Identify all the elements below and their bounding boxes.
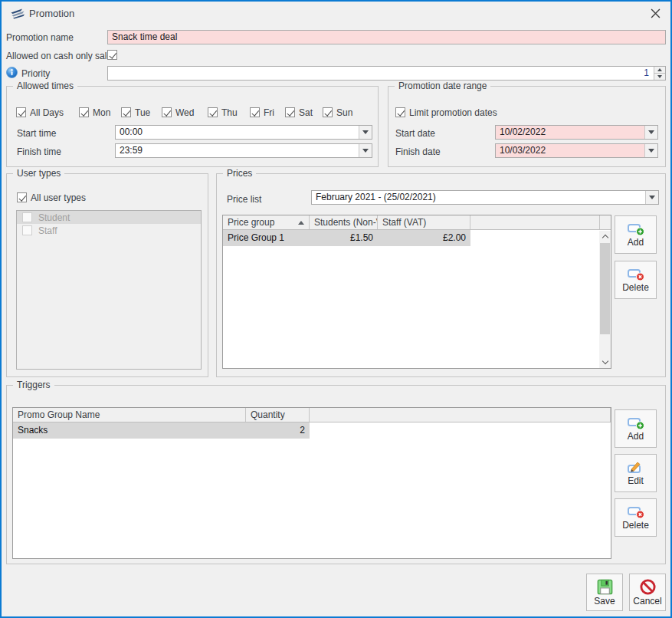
- prices-grid: Price group Students (Non-V... Staff (VA…: [222, 215, 611, 369]
- day-label: Sun: [336, 107, 352, 118]
- all-user-types-checkbox[interactable]: All user types: [17, 192, 86, 203]
- delete-icon: [627, 267, 645, 281]
- list-item-label: Student: [38, 212, 70, 223]
- app-logo-icon: [9, 7, 26, 20]
- day-sat-checkbox[interactable]: Sat: [285, 107, 313, 118]
- vertical-scrollbar[interactable]: [599, 231, 611, 368]
- checkbox-icon: [162, 107, 172, 117]
- cell-students-price: £1.50: [310, 230, 378, 246]
- day-thu-checkbox[interactable]: Thu: [208, 107, 238, 118]
- scroll-down-button[interactable]: [599, 357, 611, 368]
- promotion-name-label: Promotion name: [6, 32, 74, 43]
- checkbox-icon: [250, 107, 260, 117]
- finish-time-combo[interactable]: 23:59: [115, 143, 372, 158]
- cell-price-group: Price Group 1: [223, 230, 310, 246]
- list-item-student[interactable]: Student: [17, 211, 201, 224]
- sort-ascending-icon: [298, 221, 304, 225]
- priority-spinner: [654, 67, 665, 80]
- column-header-students[interactable]: Students (Non-V...: [310, 215, 378, 229]
- price-list-combo[interactable]: February 2021 - (25/02/2021): [311, 190, 659, 205]
- checkbox-icon: [323, 107, 333, 117]
- day-label: Wed: [175, 107, 194, 118]
- allowed-times-title: Allowed times: [13, 81, 77, 92]
- start-date-dropdown-button[interactable]: [644, 126, 657, 139]
- day-label: All Days: [30, 107, 64, 118]
- priority-input[interactable]: 1: [107, 66, 666, 81]
- table-row[interactable]: Price Group 1 £1.50 £2.00: [223, 230, 470, 246]
- delete-icon: [627, 505, 645, 519]
- list-item-staff[interactable]: Staff: [17, 224, 201, 237]
- start-time-combo[interactable]: 00:00: [115, 125, 372, 140]
- column-header-quantity[interactable]: Quantity: [246, 408, 310, 422]
- checkbox-icon: [395, 107, 405, 117]
- finish-time-dropdown-button[interactable]: [359, 144, 372, 157]
- spin-up-button[interactable]: [654, 67, 665, 74]
- button-label: Save: [594, 596, 615, 606]
- spin-down-button[interactable]: [654, 74, 665, 80]
- prices-add-button[interactable]: Add: [615, 215, 657, 254]
- column-header-promo-group-name[interactable]: Promo Group Name: [13, 408, 246, 422]
- chevron-down-icon: [602, 358, 608, 364]
- day-sun-checkbox[interactable]: Sun: [323, 107, 352, 118]
- cell-staff-price: £2.00: [378, 230, 470, 246]
- limit-promotion-dates-checkbox[interactable]: Limit promotion dates: [395, 107, 497, 118]
- list-item-label: Staff: [38, 225, 57, 236]
- close-button[interactable]: [646, 5, 664, 21]
- prices-title: Prices: [223, 168, 256, 179]
- limit-promotion-dates-label: Limit promotion dates: [409, 107, 497, 118]
- all-user-types-label: All user types: [31, 192, 86, 203]
- day-tue-checkbox[interactable]: Tue: [121, 107, 150, 118]
- column-header-empty: [470, 215, 600, 229]
- date-range-title: Promotion date range: [395, 81, 490, 92]
- promotion-name-input[interactable]: Snack time deal: [107, 30, 666, 44]
- cancel-button[interactable]: Cancel: [629, 574, 666, 611]
- close-icon: [651, 8, 661, 18]
- info-icon: [6, 67, 18, 78]
- start-date-label: Start date: [395, 128, 435, 139]
- triggers-edit-button[interactable]: Edit: [615, 454, 657, 492]
- day-label: Thu: [221, 107, 238, 118]
- column-header-price-group[interactable]: Price group: [223, 215, 310, 229]
- priority-value: 1: [108, 67, 653, 80]
- column-header-staff[interactable]: Staff (VAT): [378, 215, 470, 229]
- add-icon: [627, 416, 645, 430]
- cancel-icon: [639, 578, 657, 596]
- start-time-label: Start time: [17, 128, 56, 139]
- price-list-dropdown-button[interactable]: [645, 191, 658, 204]
- checkbox-icon: [208, 107, 218, 117]
- day-fri-checkbox[interactable]: Fri: [250, 107, 274, 118]
- start-time-value: 00:00: [116, 126, 358, 139]
- save-button[interactable]: Save: [586, 574, 623, 611]
- triggers-delete-button[interactable]: Delete: [615, 498, 657, 537]
- day-wed-checkbox[interactable]: Wed: [162, 107, 194, 118]
- finish-date-dropdown-button[interactable]: [644, 144, 657, 157]
- checkbox-icon: [79, 107, 89, 117]
- save-icon: [596, 578, 614, 596]
- scroll-up-button[interactable]: [599, 231, 611, 242]
- finish-time-value: 23:59: [116, 144, 358, 157]
- day-all-days-checkbox[interactable]: All Days: [16, 107, 64, 118]
- prices-delete-button[interactable]: Delete: [615, 261, 657, 299]
- triggers-add-button[interactable]: Add: [615, 409, 657, 448]
- scrollbar-thumb[interactable]: [600, 243, 610, 334]
- chevron-down-icon: [648, 130, 654, 134]
- checkbox-icon: [22, 212, 32, 222]
- checkbox-icon: [22, 225, 32, 235]
- triggers-grid-header: Promo Group Name Quantity: [13, 408, 611, 422]
- day-mon-checkbox[interactable]: Mon: [79, 107, 110, 118]
- cash-only-checkbox[interactable]: [107, 49, 117, 61]
- finish-date-picker[interactable]: 10/03/2022: [495, 143, 658, 158]
- button-label: Add: [628, 431, 644, 442]
- price-list-label: Price list: [227, 194, 261, 205]
- triggers-grid: Promo Group Name Quantity Snacks 2: [12, 407, 611, 559]
- button-label: Edit: [628, 475, 644, 486]
- start-date-picker[interactable]: 10/02/2022: [495, 125, 658, 140]
- column-header-empty: [310, 408, 611, 422]
- start-time-dropdown-button[interactable]: [359, 126, 372, 139]
- finish-time-label: Finish time: [17, 146, 61, 157]
- priority-label: Priority: [21, 68, 50, 79]
- cell-promo-group-name: Snacks: [13, 422, 246, 439]
- day-label: Tue: [135, 107, 150, 118]
- finish-date-value: 10/03/2022: [496, 144, 644, 157]
- table-row[interactable]: Snacks 2: [13, 422, 310, 439]
